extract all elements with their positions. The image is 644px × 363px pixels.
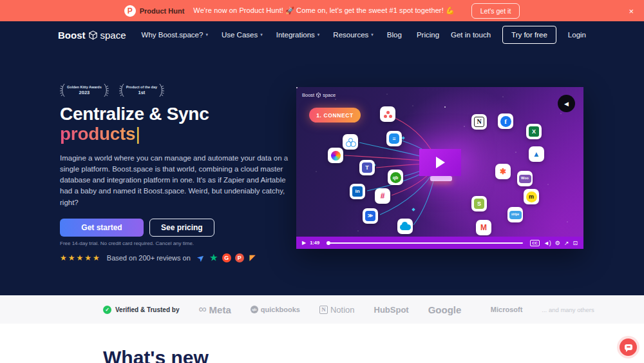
reviews-text: Based on 200+ reviews on	[107, 254, 191, 262]
trial-note: Free 14-day trial. No credit card requir…	[60, 240, 289, 246]
gmail-icon: M	[476, 220, 491, 235]
capterra-icon[interactable]: ◤	[248, 253, 257, 262]
award-badge: Golden Kitty Awards2023	[60, 83, 109, 98]
hero-video-player[interactable]: Boost space 1. CONNECT ◀ ≡Tqbin#≫NfX▲✱Wo…	[296, 87, 583, 249]
video-play-button[interactable]	[419, 149, 461, 176]
award-line1: Product of the day	[126, 85, 157, 90]
review-platform-icons: ➤★GP◤	[196, 253, 257, 262]
clickup-icon	[328, 148, 343, 163]
laurel-icon	[104, 83, 109, 98]
try-for-free-button[interactable]: Try for free	[502, 26, 556, 44]
laurel-icon	[159, 83, 164, 98]
cube-logo-icon	[316, 92, 321, 98]
google-logo: Google	[428, 304, 462, 315]
mailchimp-icon: m	[524, 189, 539, 204]
rings-icon	[343, 134, 358, 150]
award-line1: Golden Kitty Awards	[67, 85, 102, 90]
nav-item-label: Blog	[387, 31, 402, 39]
chevron-down-icon: ▾	[317, 32, 320, 37]
close-icon[interactable]: ×	[629, 6, 634, 15]
meta-glyph-icon: ∞	[198, 303, 206, 316]
getapp-icon[interactable]: ➤	[194, 251, 207, 264]
center-book-icon	[430, 176, 452, 181]
logo-label: Meta	[209, 304, 231, 315]
trust-bar: ✓ Verified & Trusted by ∞Metaqbquickbook…	[0, 295, 644, 324]
hero-section: Golden Kitty Awards2023Product of the da…	[0, 48, 644, 295]
stripe-icon: stripe	[507, 207, 523, 222]
speaker-icon: ◀	[564, 101, 569, 107]
woocommerce-icon: Woo	[517, 171, 533, 186]
verified-check-icon: ✓	[103, 306, 111, 314]
microsoft-logo: Microsoft	[480, 306, 522, 313]
meta-logo: ∞Meta	[198, 303, 231, 316]
nav-menu: Why Boost.space?▾Use Cases▾Integrations▾…	[142, 31, 402, 39]
nav-item-use-cases[interactable]: Use Cases▾	[222, 31, 263, 39]
more-partners-text: ... and many others	[542, 306, 594, 313]
brand-first: Boost	[58, 30, 86, 41]
producthunt-icon[interactable]: P	[235, 253, 244, 262]
asana-icon	[380, 106, 395, 122]
fullscreen-icon[interactable]: ⊡	[573, 240, 578, 246]
windows-grid-icon	[480, 306, 488, 313]
producthunt-name: Product Hunt	[140, 7, 185, 15]
title-line2: products	[60, 124, 135, 144]
facebook-icon: f	[498, 113, 513, 129]
announcement-banner: P Product Hunt We're now on Product Hunt…	[0, 0, 644, 21]
settings-gear-icon[interactable]: ⚙	[555, 240, 560, 246]
banner-cta-button[interactable]: Let's get it	[471, 3, 520, 19]
banner-message: We're now on Product Hunt! 🚀 Come on, le…	[193, 6, 454, 15]
captions-button[interactable]: CC	[530, 240, 540, 246]
progress-bar[interactable]	[327, 242, 523, 244]
quickbooks-icon: qb	[388, 170, 403, 185]
progress-knob[interactable]	[327, 241, 330, 245]
chat-bubble-icon	[625, 344, 632, 350]
logo-label: Microsoft	[491, 306, 523, 313]
brand-logo[interactable]: Boost space	[58, 30, 126, 41]
video-controls: ▶ 1:49 CC ◄) ⚙ ↗ ⊡	[296, 237, 583, 249]
partner-logos: ∞MetaqbquickbooksNNotionHubSpotGoogleMic…	[198, 303, 522, 316]
nav-link-get-in-touch[interactable]: Get in touch	[451, 31, 491, 39]
notion-icon: N	[471, 114, 487, 130]
slack-icon: #	[375, 188, 390, 204]
navbar: Boost space Why Boost.space?▾Use Cases▾I…	[0, 21, 644, 48]
volume-icon[interactable]: ◄)	[544, 240, 551, 246]
brand-second: space	[100, 30, 126, 41]
video-time: 1:49	[310, 240, 319, 246]
nav-item-label: Resources	[333, 31, 368, 39]
control-play-icon[interactable]: ▶	[302, 240, 306, 246]
quickbooks-glyph-icon: qb	[251, 306, 258, 313]
nav-item-resources[interactable]: Resources▾	[333, 31, 373, 39]
title-line1: Centralize & Sync	[60, 104, 209, 124]
video-brand-logo: Boost space	[302, 92, 336, 98]
nav-item-blog[interactable]: Blog	[387, 31, 402, 39]
nav-item-label: Why Boost.space?	[142, 31, 204, 39]
award-line2: 1st	[138, 90, 146, 95]
logo-label: quickbooks	[261, 306, 300, 313]
nav-link-login[interactable]: Login	[568, 31, 586, 39]
typing-cursor: |	[135, 124, 140, 144]
nav-link-pricing[interactable]: Pricing	[417, 31, 439, 39]
shopify-icon: S	[471, 196, 487, 211]
share-icon[interactable]: ↗	[564, 240, 569, 246]
salesforce-icon	[397, 219, 413, 234]
get-started-button[interactable]: Get started	[60, 219, 144, 237]
mute-button[interactable]: ◀	[558, 95, 575, 112]
trustpilot-icon[interactable]: ★	[209, 253, 218, 262]
hubspot-logo: HubSpot	[374, 305, 409, 315]
notion-logo: NNotion	[319, 305, 355, 315]
nav-item-integrations[interactable]: Integrations▾	[276, 31, 320, 39]
logo-label: Notion	[330, 305, 355, 315]
notion-glyph-icon: N	[319, 306, 328, 314]
laurel-icon	[60, 83, 65, 98]
g2-icon[interactable]: G	[222, 253, 231, 262]
laurel-icon	[119, 83, 124, 98]
hero-description: Imagine a world where you can manage and…	[60, 153, 289, 208]
whats-new-title: What's new	[103, 347, 209, 363]
hubspot-icon: ✱	[495, 164, 511, 179]
chat-widget-button[interactable]	[620, 338, 637, 356]
nav-item-why-boost-space[interactable]: Why Boost.space?▾	[142, 31, 208, 39]
see-pricing-button[interactable]: See pricing	[149, 219, 214, 237]
award-line2: 2023	[79, 90, 90, 95]
linkedin-icon: in	[350, 184, 365, 199]
chevron-down-icon: ▾	[371, 32, 374, 37]
